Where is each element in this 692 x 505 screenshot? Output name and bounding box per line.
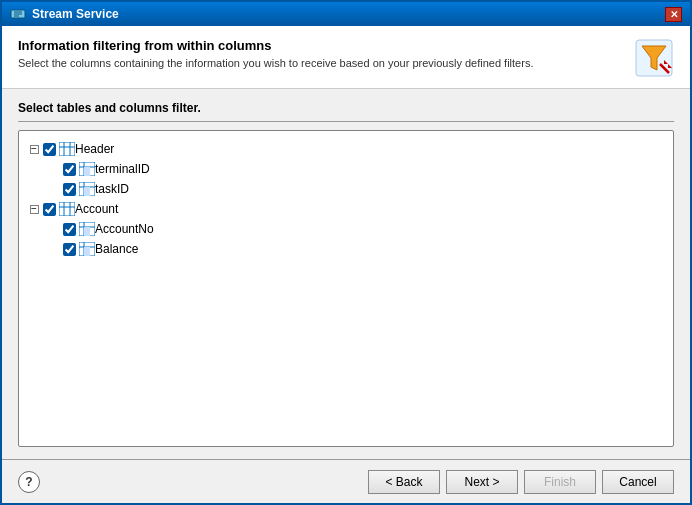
table-icon-header (59, 142, 75, 156)
children-header: terminalID taskID (27, 159, 665, 199)
tree-row-account: − Account (27, 199, 665, 219)
checkbox-account[interactable] (43, 203, 56, 216)
dialog-header: Information filtering from within column… (2, 26, 690, 89)
svg-rect-8 (59, 142, 75, 156)
minus-icon-account: − (30, 205, 39, 214)
label-account: Account (75, 202, 118, 216)
table-icon-account (59, 202, 75, 216)
window-title: Stream Service (32, 7, 119, 21)
svg-rect-20 (59, 202, 75, 216)
footer-left: ? (18, 471, 40, 493)
checkbox-header[interactable] (43, 143, 56, 156)
label-header: Header (75, 142, 114, 156)
title-bar-controls: ✕ (665, 7, 682, 22)
svg-rect-31 (84, 247, 90, 256)
tree-node-header: − Header (27, 139, 665, 199)
checkbox-balance[interactable] (63, 243, 76, 256)
tree-row-taskID: taskID (27, 179, 665, 199)
minus-icon: − (30, 145, 39, 154)
tree-row-balance: Balance (27, 239, 665, 259)
help-button[interactable]: ? (18, 471, 40, 493)
header-description: Select the columns containing the inform… (18, 57, 533, 69)
section-title: Select tables and columns filter. (18, 101, 674, 122)
column-icon-balance (79, 242, 95, 256)
expander-account[interactable]: − (27, 202, 41, 216)
label-taskID: taskID (95, 182, 129, 196)
svg-rect-27 (84, 227, 90, 236)
cancel-button[interactable]: Cancel (602, 470, 674, 494)
header-text: Information filtering from within column… (18, 38, 533, 69)
column-icon-terminalID (79, 162, 95, 176)
tree-row-terminalID: terminalID (27, 159, 665, 179)
footer-buttons: < Back Next > Finish Cancel (368, 470, 674, 494)
tree-row-header: − Header (27, 139, 665, 159)
column-icon-accountNo (79, 222, 95, 236)
expander-header[interactable]: − (27, 142, 41, 156)
dialog-footer: ? < Back Next > Finish Cancel (2, 459, 690, 503)
back-button[interactable]: < Back (368, 470, 440, 494)
label-accountNo: AccountNo (95, 222, 154, 236)
label-terminalID: terminalID (95, 162, 150, 176)
svg-rect-15 (84, 167, 90, 176)
checkbox-accountNo[interactable] (63, 223, 76, 236)
label-balance: Balance (95, 242, 138, 256)
tree-container[interactable]: − Header (18, 130, 674, 447)
svg-rect-19 (84, 187, 90, 196)
finish-button[interactable]: Finish (524, 470, 596, 494)
header-title: Information filtering from within column… (18, 38, 533, 53)
close-button[interactable]: ✕ (665, 7, 682, 22)
checkbox-taskID[interactable] (63, 183, 76, 196)
children-account: AccountNo Balance (27, 219, 665, 259)
dialog-body: Select tables and columns filter. − (2, 89, 690, 459)
tree-row-accountNo: AccountNo (27, 219, 665, 239)
title-bar: Stream Service ✕ (2, 2, 690, 26)
tree-node-account: − Account (27, 199, 665, 259)
checkbox-terminalID[interactable] (63, 163, 76, 176)
column-icon-taskID (79, 182, 95, 196)
filter-icon (634, 38, 674, 78)
app-icon (10, 6, 26, 22)
window: Stream Service ✕ Information filtering f… (0, 0, 692, 505)
title-bar-left: Stream Service (10, 6, 119, 22)
next-button[interactable]: Next > (446, 470, 518, 494)
